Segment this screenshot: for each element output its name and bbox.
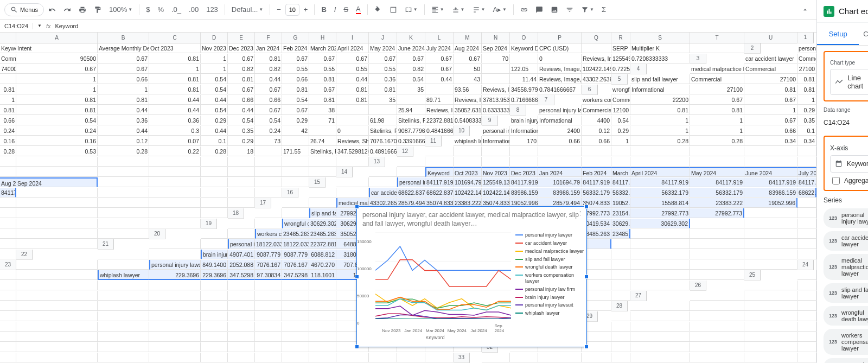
bold-button[interactable]: B (318, 3, 329, 16)
cell[interactable]: June 2024 (744, 167, 797, 177)
cell[interactable]: 0.54 (282, 95, 309, 105)
cell[interactable]: 23485.263 (611, 229, 630, 239)
cell[interactable]: 0.81 (228, 74, 255, 84)
cell[interactable] (0, 157, 16, 167)
cell[interactable] (309, 301, 336, 311)
cell[interactable] (0, 239, 16, 249)
cell[interactable]: 61.98 (369, 116, 397, 125)
cell[interactable] (282, 311, 309, 321)
cell[interactable]: Informational (630, 85, 690, 94)
cell[interactable]: 84117.919 (582, 177, 611, 187)
cell[interactable]: 0.36 (98, 116, 149, 125)
cell[interactable]: 0.67 (744, 95, 797, 105)
cell[interactable]: Oct 2023 (149, 43, 201, 53)
cell[interactable] (0, 322, 16, 332)
cell[interactable]: 101694.79 (454, 177, 482, 187)
cell[interactable] (309, 353, 336, 362)
cell[interactable]: 2400 (538, 126, 582, 136)
cell[interactable]: 0.54 (201, 74, 228, 84)
cell[interactable]: 0.67 (369, 54, 397, 63)
cell[interactable] (690, 43, 744, 53)
cell[interactable]: car accident lawyer (744, 54, 797, 63)
cell[interactable] (0, 270, 16, 280)
cell[interactable]: 0.54 (201, 105, 228, 115)
cell[interactable]: Commercial (611, 95, 630, 105)
cell[interactable]: 1 (611, 136, 630, 146)
cell[interactable] (255, 332, 282, 342)
cell[interactable]: 0.44 (425, 74, 454, 84)
font-dropdown[interactable]: Defaul... ▼ (228, 3, 266, 16)
cell[interactable]: 23383.222 (690, 198, 744, 208)
column-header[interactable]: G (282, 33, 309, 43)
cell[interactable]: 27992.773 (630, 208, 690, 218)
series-chip[interactable]: 123car accident lawyer⋮ (824, 231, 868, 251)
cell[interactable] (255, 208, 282, 218)
cell[interactable] (690, 322, 744, 332)
row-header[interactable]: 7 (538, 95, 554, 105)
cell[interactable] (149, 219, 201, 228)
cell[interactable]: Jan 2024 (538, 167, 582, 177)
strike-button[interactable]: S (340, 3, 352, 16)
cell[interactable] (482, 147, 510, 156)
name-box[interactable]: C14:O24 (4, 23, 33, 29)
cell[interactable]: Reviews, Short videos (336, 136, 369, 146)
cell[interactable] (309, 311, 336, 321)
cell[interactable]: April 2024 (336, 43, 369, 53)
cell[interactable] (630, 270, 690, 280)
cell[interactable] (690, 239, 744, 249)
cell[interactable] (611, 322, 630, 332)
cell[interactable]: 4907.401 (228, 250, 255, 259)
cell[interactable] (510, 54, 538, 63)
cell[interactable] (16, 281, 98, 290)
cell[interactable]: personal injury lawsuit (149, 260, 201, 270)
cell[interactable]: Average Monthly Demand (98, 43, 149, 53)
currency-button[interactable]: $ (143, 3, 153, 16)
cell[interactable]: 15588.814 (630, 198, 690, 208)
cell[interactable] (16, 311, 98, 321)
cell[interactable] (630, 229, 690, 239)
cell[interactable]: 7076.167 (255, 260, 282, 270)
cell[interactable]: whiplash lawyer (454, 136, 482, 146)
cell[interactable]: 0.81 (282, 85, 309, 94)
cell[interactable]: 1 (690, 116, 744, 125)
embedded-chart[interactable]: ⋮ personal injury lawyer, car accident l… (356, 206, 587, 347)
column-header[interactable]: O (510, 33, 538, 43)
cell[interactable] (538, 147, 582, 156)
cell[interactable]: 89.71 (425, 95, 454, 105)
cell[interactable]: 0.67 (98, 64, 149, 74)
cell[interactable]: 0.44 (149, 95, 201, 105)
cell[interactable] (630, 260, 690, 270)
row-header[interactable]: 5 (611, 74, 628, 85)
cell[interactable] (611, 250, 630, 259)
cell[interactable]: 0.28 (201, 147, 228, 156)
cell[interactable]: 102422.14 (482, 188, 510, 198)
cell[interactable] (16, 332, 98, 342)
cell[interactable] (98, 198, 149, 208)
rotate-button[interactable]: A▸▼ (489, 3, 510, 16)
cell[interactable] (282, 322, 309, 332)
cell[interactable]: 23485.263 (282, 229, 309, 239)
cell[interactable] (309, 198, 336, 208)
cell[interactable]: personal injury law firm (228, 239, 255, 249)
cell[interactable] (0, 229, 16, 239)
cell[interactable] (228, 219, 255, 228)
cell[interactable]: 122.05 (510, 64, 538, 74)
tab-setup[interactable]: Setup (817, 23, 859, 45)
cell[interactable] (282, 157, 309, 167)
cell[interactable]: 83986.159 (538, 188, 582, 198)
cell[interactable] (98, 208, 149, 218)
cell[interactable] (149, 311, 201, 321)
cell[interactable]: 0.67 (228, 85, 255, 94)
cell[interactable]: 849.1400 (201, 260, 228, 270)
cell[interactable]: 0.67 (336, 54, 369, 63)
cell[interactable]: 70 (482, 54, 510, 63)
cell[interactable]: whiplash lawyer (98, 270, 149, 280)
zoom-dropdown[interactable]: 100% ▼ (106, 3, 136, 16)
cell[interactable] (228, 291, 255, 301)
cell[interactable] (482, 64, 510, 74)
cell[interactable]: Multiplier K (630, 43, 690, 53)
cell[interactable]: 0.1 (797, 126, 816, 136)
cell[interactable] (397, 157, 425, 167)
cell[interactable]: 0.81 (98, 95, 149, 105)
cell[interactable]: 0.7208333333 (630, 54, 690, 63)
